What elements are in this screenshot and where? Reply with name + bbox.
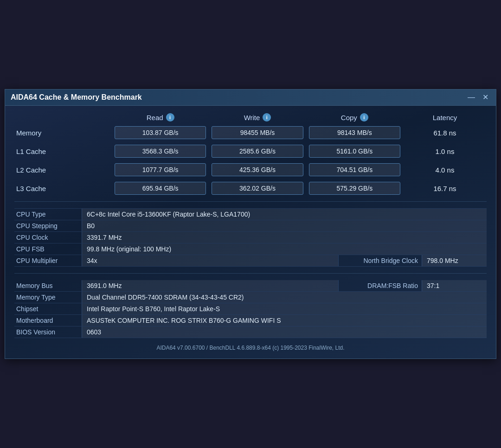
cpu-type-row: CPU Type 6C+8c Intel Core i5-13600KF (Ra… xyxy=(14,208,487,220)
content-area: Read i Write i Copy i Latency Memory 103… xyxy=(5,106,496,358)
mem-bus-row: Memory Bus 3691.0 MHz DRAM:FSB Ratio 37:… xyxy=(14,280,487,292)
row-label: Memory xyxy=(14,129,112,137)
motherboard-row: Motherboard ASUSTeK COMPUTER INC. ROG ST… xyxy=(14,315,487,326)
column-headers: Read i Write i Copy i Latency xyxy=(14,113,487,122)
copy-value: 704.51 GB/s xyxy=(309,163,400,176)
row-label: L3 Cache xyxy=(14,185,112,192)
dram-ratio-value: 37:1 xyxy=(422,280,487,291)
write-info-icon[interactable]: i xyxy=(263,113,271,122)
mem-type-value: Dual Channel DDR5-7400 SDRAM (34-43-43-4… xyxy=(82,292,487,303)
motherboard-label: Motherboard xyxy=(14,315,82,326)
chipset-label: Chipset xyxy=(14,303,82,314)
bios-value: 0603 xyxy=(82,326,487,338)
window-title: AIDA64 Cache & Memory Benchmark xyxy=(11,93,142,102)
memory-info-section: Memory Bus 3691.0 MHz DRAM:FSB Ratio 37:… xyxy=(14,280,487,338)
footer-text: AIDA64 v7.00.6700 / BenchDLL 4.6.889.8-x… xyxy=(14,345,487,353)
chipset-value: Intel Raptor Point-S B760, Intel Raptor … xyxy=(82,303,487,314)
cpu-type-value: 6C+8c Intel Core i5-13600KF (Raptor Lake… xyxy=(82,209,487,220)
mem-type-label: Memory Type xyxy=(14,292,82,303)
cpu-stepping-row: CPU Stepping B0 xyxy=(14,220,487,232)
write-value: 2585.6 GB/s xyxy=(212,145,303,158)
write-value: 425.36 GB/s xyxy=(212,163,303,176)
latency-value: 61.8 ns xyxy=(403,129,487,137)
cpu-type-label: CPU Type xyxy=(14,209,82,220)
read-value: 1077.7 GB/s xyxy=(115,163,206,176)
copy-value: 98143 MB/s xyxy=(309,126,400,139)
row-label: L2 Cache xyxy=(14,166,112,174)
title-bar: AIDA64 Cache & Memory Benchmark — ✕ xyxy=(5,90,496,106)
cpu-fsb-row: CPU FSB 99.8 MHz (original: 100 MHz) xyxy=(14,243,487,255)
nb-clock-value: 798.0 MHz xyxy=(422,255,487,266)
cpu-fsb-label: CPU FSB xyxy=(14,243,82,255)
mem-type-row: Memory Type Dual Channel DDR5-7400 SDRAM… xyxy=(14,292,487,303)
motherboard-value: ASUSTeK COMPUTER INC. ROG STRIX B760-G G… xyxy=(82,315,487,326)
window-controls: — ✕ xyxy=(466,94,490,101)
bios-row: BIOS Version 0603 xyxy=(14,326,487,338)
divider-1 xyxy=(14,201,487,202)
cpu-fsb-value: 99.8 MHz (original: 100 MHz) xyxy=(82,243,487,255)
latency-value: 4.0 ns xyxy=(403,166,487,174)
nb-clock-label: North Bridge Clock xyxy=(338,255,422,266)
cpu-clock-row: CPU Clock 3391.7 MHz xyxy=(14,232,487,243)
cpu-stepping-label: CPU Stepping xyxy=(14,220,82,231)
header-read: Read i xyxy=(112,113,209,122)
divider-2 xyxy=(14,273,487,274)
latency-value: 1.0 ns xyxy=(403,147,487,155)
read-value: 3568.3 GB/s xyxy=(115,145,206,158)
mem-bus-label: Memory Bus xyxy=(14,280,82,291)
read-value: 103.87 GB/s xyxy=(115,126,206,139)
dram-ratio-label: DRAM:FSB Ratio xyxy=(338,280,422,291)
row-label: L1 Cache xyxy=(14,147,112,155)
mem-bus-value: 3691.0 MHz xyxy=(82,280,338,291)
cpu-mult-value: 34x xyxy=(82,255,338,266)
table-row: L3 Cache 695.94 GB/s 362.02 GB/s 575.29 … xyxy=(14,182,487,195)
table-row: L1 Cache 3568.3 GB/s 2585.6 GB/s 5161.0 … xyxy=(14,145,487,158)
copy-value: 575.29 GB/s xyxy=(309,182,400,195)
cpu-clock-value: 3391.7 MHz xyxy=(82,232,487,243)
write-value: 98455 MB/s xyxy=(212,126,303,139)
system-info-section: CPU Type 6C+8c Intel Core i5-13600KF (Ra… xyxy=(14,208,487,267)
latency-value: 16.7 ns xyxy=(403,185,487,192)
write-value: 362.02 GB/s xyxy=(212,182,303,195)
table-row: Memory 103.87 GB/s 98455 MB/s 98143 MB/s… xyxy=(14,126,487,139)
cpu-clock-label: CPU Clock xyxy=(14,232,82,243)
cpu-mult-label: CPU Multiplier xyxy=(14,255,82,266)
cpu-stepping-value: B0 xyxy=(82,220,487,231)
benchmark-rows: Memory 103.87 GB/s 98455 MB/s 98143 MB/s… xyxy=(14,126,487,195)
bios-label: BIOS Version xyxy=(14,326,82,338)
chipset-row: Chipset Intel Raptor Point-S B760, Intel… xyxy=(14,303,487,315)
copy-info-icon[interactable]: i xyxy=(360,113,368,122)
minimize-button[interactable]: — xyxy=(466,94,477,101)
header-write: Write i xyxy=(209,113,306,122)
cpu-mult-row: CPU Multiplier 34x North Bridge Clock 79… xyxy=(14,255,487,267)
main-window: AIDA64 Cache & Memory Benchmark — ✕ Read… xyxy=(5,89,496,359)
header-latency: Latency xyxy=(403,114,487,122)
header-copy: Copy i xyxy=(306,113,403,122)
copy-value: 5161.0 GB/s xyxy=(309,145,400,158)
table-row: L2 Cache 1077.7 GB/s 425.36 GB/s 704.51 … xyxy=(14,163,487,176)
read-value: 695.94 GB/s xyxy=(115,182,206,195)
read-info-icon[interactable]: i xyxy=(166,113,174,122)
close-button[interactable]: ✕ xyxy=(481,94,490,101)
